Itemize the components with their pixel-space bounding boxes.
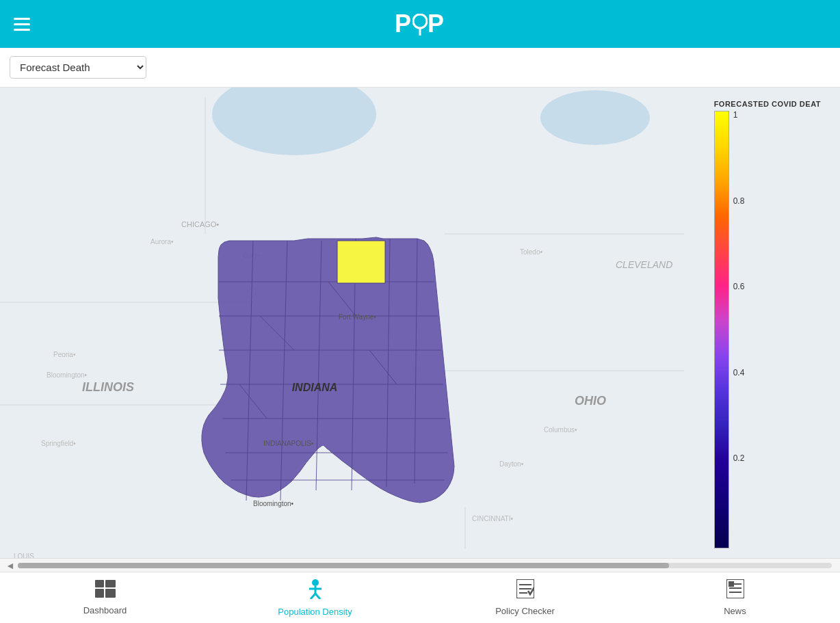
highlighted-county-north[interactable] <box>337 241 385 283</box>
svg-line-35 <box>311 594 315 599</box>
nav-item-policy-checker[interactable]: Policy Checker <box>420 572 630 623</box>
svg-rect-29 <box>105 580 116 587</box>
legend-labels: 1 0.8 0.6 0.4 0.2 <box>729 111 745 548</box>
menu-button[interactable] <box>14 18 30 31</box>
scrollbar-thumb[interactable] <box>18 563 669 568</box>
dashboard-label: Dashboard <box>83 605 127 615</box>
news-label: News <box>724 606 746 616</box>
policy-checker-label: Policy Checker <box>495 606 555 616</box>
legend-label-02: 0.2 <box>733 454 745 462</box>
app-header: P P <box>0 0 840 48</box>
checklist-icon <box>516 579 534 603</box>
person-icon <box>306 579 324 604</box>
indiana-text-label: INDIANA <box>292 382 338 393</box>
logo-pin-icon <box>412 14 428 36</box>
svg-rect-28 <box>95 580 104 587</box>
color-legend: FORECASTED COVID DEAT 1 0.8 0.6 0.4 0.2 <box>714 100 821 548</box>
legend-color-bar <box>714 111 729 548</box>
population-density-label: Population Density <box>278 607 352 617</box>
columbus-label: Columbus• <box>544 426 577 434</box>
nav-item-population-density[interactable]: Population Density <box>210 572 420 623</box>
nav-item-news[interactable]: News <box>630 572 840 623</box>
legend-label-0 <box>733 540 745 548</box>
svg-point-4 <box>540 90 650 145</box>
toledo-label: Toledo• <box>520 248 542 256</box>
nav-item-dashboard[interactable]: Dashboard <box>0 572 210 623</box>
forecast-dropdown[interactable]: Forecast Death Forecast Cases Historical… <box>10 56 146 79</box>
map-container: ILLINOIS OHIO CLEVELAND CHICAGO• Aurora•… <box>0 88 840 558</box>
illinois-label: ILLINOIS <box>82 380 134 394</box>
toolbar: Forecast Death Forecast Cases Historical… <box>0 48 840 88</box>
legend-label-06: 0.6 <box>733 282 745 291</box>
scrollbar-track[interactable] <box>18 563 832 568</box>
svg-point-0 <box>413 14 427 28</box>
fort-wayne-label: Fort Wayne• <box>339 313 376 321</box>
svg-rect-31 <box>105 589 116 598</box>
legend-label-1: 1 <box>733 111 745 119</box>
legend-title: FORECASTED COVID DEAT <box>714 100 821 108</box>
bloomington-label: Bloomington• <box>47 371 88 379</box>
bloomington-in-label: Bloomington• <box>253 500 294 507</box>
bottom-navigation: Dashboard Population Density Policy Chec <box>0 572 840 623</box>
dayton-label: Dayton• <box>499 460 524 468</box>
scroll-left-arrow[interactable]: ◄ <box>5 560 15 571</box>
svg-rect-45 <box>729 581 734 587</box>
peoria-label: Peoria• <box>53 351 76 358</box>
svg-rect-30 <box>95 589 104 598</box>
indianapolis-label: INDIANAPOLIS• <box>263 440 314 447</box>
aurora-label: Aurora• <box>150 238 174 246</box>
app-logo: P P <box>395 10 445 38</box>
chicago-label: CHICAGO• <box>181 220 219 228</box>
louis-label: LOUIS <box>14 553 34 558</box>
ohio-label: OHIO <box>575 394 606 408</box>
cincinnati-label: CINCINNATI• <box>472 515 513 522</box>
legend-label-04: 0.4 <box>733 369 745 377</box>
cleveland-label: CLEVELAND <box>616 259 672 270</box>
news-icon <box>726 579 744 603</box>
horizontal-scrollbar[interactable]: ◄ <box>0 558 840 572</box>
svg-point-32 <box>312 579 319 586</box>
legend-label-08: 0.8 <box>733 197 745 205</box>
dashboard-icon <box>95 580 116 602</box>
legend-bar-container: 1 0.8 0.6 0.4 0.2 <box>714 111 745 548</box>
svg-line-36 <box>315 594 320 599</box>
springfield-label: Springfield• <box>41 440 76 447</box>
